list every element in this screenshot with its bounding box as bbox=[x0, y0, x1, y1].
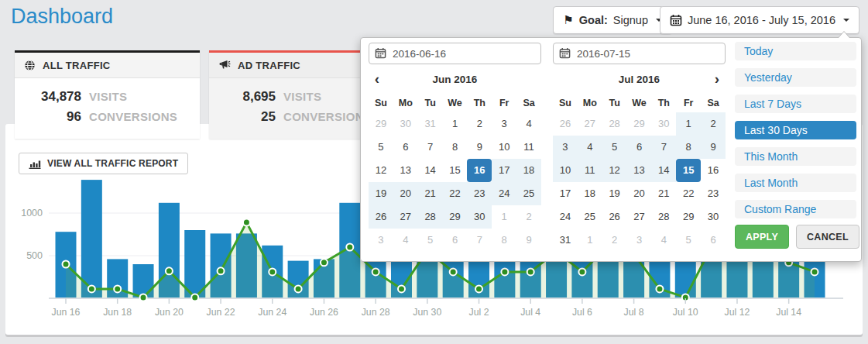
calendar-day[interactable]: 25 bbox=[578, 205, 602, 229]
calendar-day[interactable]: 3 bbox=[553, 136, 578, 159]
calendar-day[interactable]: 25 bbox=[516, 182, 541, 205]
calendar-day[interactable]: 27 bbox=[627, 205, 652, 229]
start-date-input[interactable] bbox=[369, 43, 541, 64]
calendar-day[interactable]: 30 bbox=[467, 205, 492, 229]
calendar-day[interactable]: 15 bbox=[443, 159, 468, 182]
calendar-day[interactable]: 7 bbox=[467, 229, 492, 252]
calendar-day[interactable]: 2 bbox=[602, 229, 627, 252]
calendar-day[interactable]: 9 bbox=[467, 136, 492, 159]
calendar-day[interactable]: 6 bbox=[627, 136, 652, 159]
calendar-day[interactable]: 22 bbox=[676, 182, 701, 205]
calendar-day[interactable]: 29 bbox=[369, 112, 393, 136]
calendar-day[interactable]: 27 bbox=[393, 205, 418, 229]
goal-dropdown-button[interactable]: ⚑ Goal: Signup bbox=[553, 6, 672, 34]
next-month-button[interactable]: › bbox=[708, 71, 726, 88]
calendar-day[interactable]: 27 bbox=[578, 112, 602, 136]
calendar-day[interactable]: 4 bbox=[578, 136, 602, 159]
calendar-day[interactable]: 29 bbox=[676, 205, 701, 229]
calendar-day[interactable]: 19 bbox=[369, 182, 393, 205]
calendar-day[interactable]: 20 bbox=[627, 182, 652, 205]
calendar-day[interactable]: 23 bbox=[701, 182, 726, 205]
calendar-day-selected[interactable]: 15 bbox=[676, 159, 701, 182]
calendar-day[interactable]: 10 bbox=[553, 159, 578, 182]
calendar-day[interactable]: 2 bbox=[701, 112, 726, 136]
calendar-day[interactable]: 19 bbox=[602, 182, 627, 205]
calendar-day[interactable]: 30 bbox=[393, 112, 418, 136]
calendar-day[interactable]: 13 bbox=[627, 159, 652, 182]
calendar-day[interactable]: 31 bbox=[418, 112, 443, 136]
calendar-day[interactable]: 14 bbox=[651, 159, 676, 182]
calendar-day[interactable]: 8 bbox=[676, 136, 701, 159]
calendar-day[interactable]: 30 bbox=[701, 205, 726, 229]
end-date-input[interactable] bbox=[553, 43, 726, 64]
calendar-day[interactable]: 3 bbox=[369, 229, 393, 252]
calendar-day[interactable]: 29 bbox=[443, 205, 468, 229]
calendar-day[interactable]: 14 bbox=[418, 159, 443, 182]
calendar-day[interactable]: 26 bbox=[369, 205, 393, 229]
calendar-day[interactable]: 12 bbox=[602, 159, 627, 182]
calendar-day[interactable]: 11 bbox=[578, 159, 602, 182]
cancel-button[interactable]: CANCEL bbox=[796, 225, 859, 249]
calendar-day[interactable]: 28 bbox=[602, 112, 627, 136]
calendar-day[interactable]: 26 bbox=[602, 205, 627, 229]
calendar-day[interactable]: 6 bbox=[701, 229, 726, 252]
view-all-traffic-report-button[interactable]: VIEW ALL TRAFFIC REPORT bbox=[19, 153, 188, 174]
calendar-day[interactable]: 5 bbox=[369, 136, 393, 159]
preset-last-7-days[interactable]: Last 7 Days bbox=[735, 95, 856, 113]
calendar-day[interactable]: 5 bbox=[676, 229, 701, 252]
calendar-day[interactable]: 24 bbox=[553, 205, 578, 229]
calendar-day[interactable]: 4 bbox=[651, 229, 676, 252]
date-range-dropdown-button[interactable]: June 16, 2016 - July 15, 2016 bbox=[660, 6, 859, 34]
calendar-day[interactable]: 1 bbox=[492, 205, 516, 229]
preset-today[interactable]: Today bbox=[735, 42, 856, 60]
all-traffic-card[interactable]: ALL TRAFFIC 34,878 VISITS 96 CONVERSIONS bbox=[15, 50, 200, 139]
preset-custom-range[interactable]: Custom Range bbox=[735, 200, 856, 218]
calendar-day[interactable]: 5 bbox=[418, 229, 443, 252]
calendar-day[interactable]: 13 bbox=[393, 159, 418, 182]
preset-yesterday[interactable]: Yesterday bbox=[735, 68, 856, 87]
calendar-day[interactable]: 3 bbox=[627, 229, 652, 252]
calendar-day[interactable]: 26 bbox=[553, 112, 578, 136]
calendar-day[interactable]: 8 bbox=[492, 229, 516, 252]
calendar-day[interactable]: 1 bbox=[676, 112, 701, 136]
calendar-day[interactable]: 10 bbox=[492, 136, 516, 159]
calendar-day[interactable]: 16 bbox=[701, 159, 726, 182]
calendar-day[interactable]: 28 bbox=[651, 205, 676, 229]
apply-button[interactable]: APPLY bbox=[735, 225, 789, 249]
calendar-day[interactable]: 9 bbox=[701, 136, 726, 159]
calendar-day[interactable]: 21 bbox=[418, 182, 443, 205]
calendar-day[interactable]: 1 bbox=[578, 229, 602, 252]
calendar-day[interactable]: 2 bbox=[516, 205, 541, 229]
calendar-day[interactable]: 7 bbox=[651, 136, 676, 159]
calendar-day[interactable]: 18 bbox=[516, 159, 541, 182]
calendar-day[interactable]: 4 bbox=[516, 112, 541, 136]
preset-last-month[interactable]: Last Month bbox=[735, 174, 856, 192]
calendar-day[interactable]: 7 bbox=[418, 136, 443, 159]
preset-last-30-days[interactable]: Last 30 Days bbox=[735, 121, 856, 139]
calendar-day[interactable]: 28 bbox=[418, 205, 443, 229]
previous-month-button[interactable]: ‹ bbox=[369, 71, 386, 88]
calendar-day[interactable]: 5 bbox=[602, 136, 627, 159]
calendar-day[interactable]: 18 bbox=[578, 182, 602, 205]
calendar-day[interactable]: 1 bbox=[443, 112, 468, 136]
calendar-day[interactable]: 17 bbox=[553, 182, 578, 205]
calendar-day[interactable]: 31 bbox=[553, 229, 578, 252]
calendar-day[interactable]: 8 bbox=[443, 136, 468, 159]
calendar-day[interactable]: 4 bbox=[393, 229, 418, 252]
calendar-day[interactable]: 17 bbox=[492, 159, 516, 182]
calendar-day[interactable]: 2 bbox=[467, 112, 492, 136]
calendar-day[interactable]: 24 bbox=[492, 182, 516, 205]
calendar-day[interactable]: 23 bbox=[467, 182, 492, 205]
calendar-day[interactable]: 20 bbox=[393, 182, 418, 205]
preset-this-month[interactable]: This Month bbox=[735, 147, 856, 166]
calendar-day-selected[interactable]: 16 bbox=[467, 159, 492, 182]
calendar-day[interactable]: 21 bbox=[651, 182, 676, 205]
calendar-day[interactable]: 3 bbox=[492, 112, 516, 136]
calendar-day[interactable]: 9 bbox=[516, 229, 541, 252]
calendar-day[interactable]: 11 bbox=[516, 136, 541, 159]
calendar-day[interactable]: 6 bbox=[443, 229, 468, 252]
calendar-day[interactable]: 30 bbox=[651, 112, 676, 136]
calendar-day[interactable]: 12 bbox=[369, 159, 393, 182]
calendar-day[interactable]: 29 bbox=[627, 112, 652, 136]
calendar-day[interactable]: 22 bbox=[443, 182, 468, 205]
